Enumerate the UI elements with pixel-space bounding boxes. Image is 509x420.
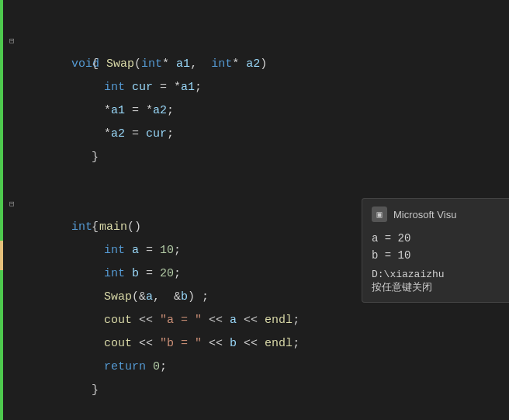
gutter-line-green (0, 0, 3, 420)
console-title: Microsoft Visu (393, 209, 456, 220)
console-message: 按任意键关闭 (372, 280, 500, 294)
line-4: *a1 = *a2; (22, 76, 509, 99)
line-8: ⊟ int main() (22, 169, 509, 193)
line-7 (22, 146, 509, 169)
console-icon: ▣ (372, 207, 387, 222)
console-output: a = 20 b = 10 (372, 230, 500, 264)
line-15: return 0; (22, 332, 509, 356)
line-2: { (22, 30, 509, 53)
monitor-icon: ▣ (376, 209, 382, 220)
line-16: } (22, 356, 509, 379)
code-editor: ⊟ void Swap(int* a1, int* a2) { int cur … (0, 0, 509, 420)
line-14: cout << "b = " << b << endl; (22, 309, 509, 332)
gutter-line-yellow (0, 241, 3, 270)
line-6: } (22, 123, 509, 146)
console-path: D:\xiazaizhu (372, 269, 500, 280)
console-line-2: b = 10 (372, 247, 500, 264)
line-5: *a2 = cur; (22, 99, 509, 123)
console-header: ▣ Microsoft Visu (372, 207, 500, 222)
line-1: ⊟ void Swap(int* a1, int* a2) (22, 6, 509, 30)
console-line-1: a = 20 (372, 230, 500, 247)
console-popup: ▣ Microsoft Visu a = 20 b = 10 D:\xiazai… (362, 198, 509, 303)
line-3: int cur = *a1; (22, 53, 509, 76)
